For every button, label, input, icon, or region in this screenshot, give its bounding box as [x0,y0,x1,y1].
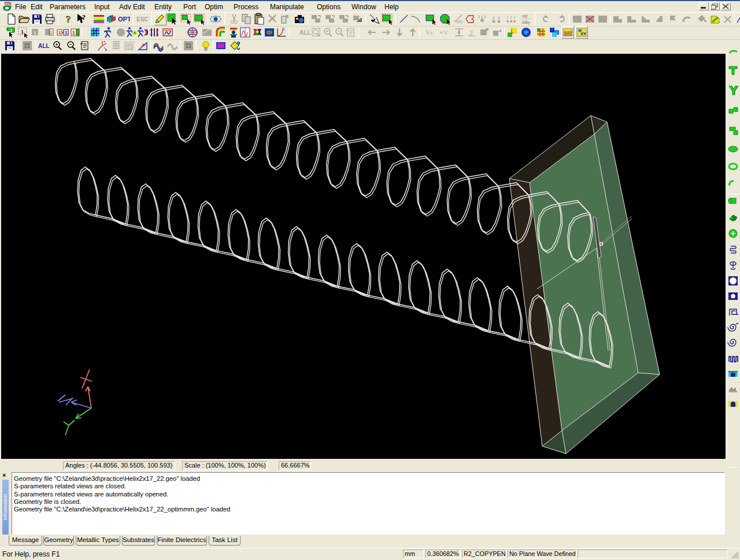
svg-text:1: 1 [65,30,68,35]
svg-text:ALL: ALL [299,29,310,36]
svg-text:xyz: xyz [522,14,528,18]
svg-text:1: 1 [58,30,61,35]
svg-text:BAR: BAR [564,31,572,35]
svg-text:PORT: PORT [124,41,135,45]
svg-text:MID: MID [456,20,463,24]
svg-text:x: x [284,34,286,38]
svg-text:Vs: Vs [426,29,432,36]
svg-text:OPT: OPT [118,16,130,23]
svg-text:1: 1 [34,30,36,35]
svg-text:1: 1 [10,28,13,33]
svg-text:dxdy: dxdy [522,20,530,25]
svg-text:z: z [103,40,105,43]
svg-text:1: 1 [50,30,53,35]
svg-text:ALL: ALL [38,43,49,49]
svg-text:1: 1 [21,29,24,35]
svg-text:?: ? [66,14,71,25]
svg-text:XY: XY [580,31,586,36]
svg-text:1: 1 [72,30,75,36]
svg-text:?: ? [82,13,86,21]
svg-text:ZLB: ZLB [5,2,12,5]
svg-text:E: E [282,27,285,31]
svg-text:ESC: ESC [136,16,149,23]
svg-text:x: x [98,48,99,51]
svg-text:V: V [443,29,448,36]
